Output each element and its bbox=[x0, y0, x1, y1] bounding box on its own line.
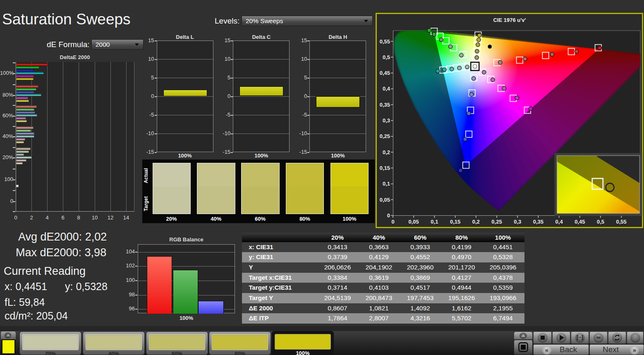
svg-text:0,5: 0,5 bbox=[597, 219, 604, 225]
svg-text:0: 0 bbox=[391, 219, 394, 225]
svg-text:0,05: 0,05 bbox=[380, 197, 390, 203]
svg-text:0,15: 0,15 bbox=[380, 165, 390, 171]
svg-text:0,35: 0,35 bbox=[533, 219, 543, 225]
svg-text:0,3: 0,3 bbox=[383, 117, 390, 124]
svg-text:0,25: 0,25 bbox=[380, 133, 390, 139]
svg-text:0,15: 0,15 bbox=[450, 219, 460, 225]
svg-text:0,5: 0,5 bbox=[383, 54, 390, 60]
svg-text:0,05: 0,05 bbox=[409, 219, 419, 225]
svg-text:0,2: 0,2 bbox=[383, 149, 390, 155]
svg-text:0,55: 0,55 bbox=[380, 38, 390, 45]
svg-text:CIE 1976 u'v': CIE 1976 u'v' bbox=[493, 17, 526, 23]
svg-text:0,1: 0,1 bbox=[383, 181, 390, 187]
svg-text:0,4: 0,4 bbox=[383, 86, 390, 92]
svg-text:0,35: 0,35 bbox=[380, 102, 390, 108]
svg-text:0,1: 0,1 bbox=[431, 219, 438, 225]
svg-text:0: 0 bbox=[387, 212, 390, 219]
svg-text:0,25: 0,25 bbox=[491, 219, 502, 225]
svg-text:0,55: 0,55 bbox=[616, 219, 627, 225]
svg-text:0,4: 0,4 bbox=[555, 219, 563, 225]
svg-text:0,2: 0,2 bbox=[472, 219, 480, 225]
svg-text:0,3: 0,3 bbox=[514, 219, 521, 225]
svg-text:0,45: 0,45 bbox=[380, 70, 390, 76]
svg-text:0,45: 0,45 bbox=[575, 219, 585, 225]
